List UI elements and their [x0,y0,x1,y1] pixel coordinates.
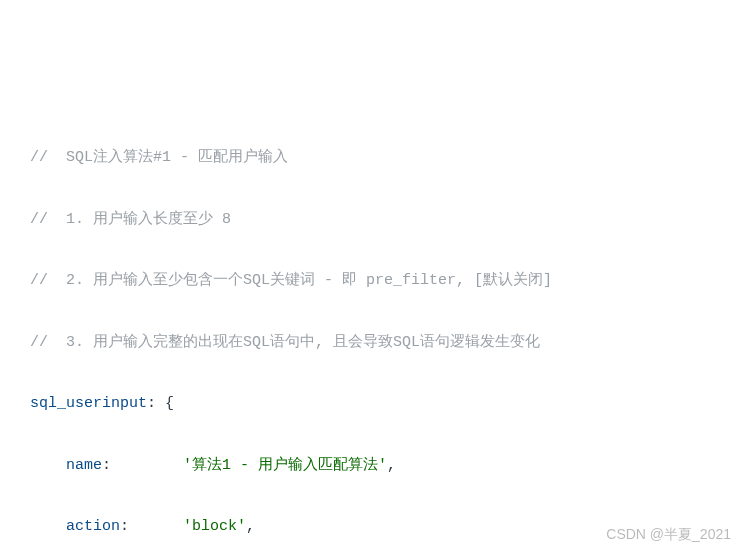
comment-text: // SQL注入算法#1 - 匹配用户输入 [30,149,288,166]
comment-text: // 2. 用户输入至少包含一个SQL关键词 - 即 pre_filter, [… [30,272,552,289]
comment-text: // 1. 用户输入长度至少 8 [30,211,231,228]
entry-value: '算法1 - 用户输入匹配算法' [183,457,387,474]
watermark-text: CSDN @半夏_2021 [606,520,731,549]
comment-text: // 3. 用户输入完整的出现在SQL语句中, 且会导致SQL语句逻辑发生变化 [30,334,540,351]
entry-key: action [66,518,120,535]
block-key: sql_userinput [30,395,147,412]
comma: , [387,457,396,474]
code-comment-line: // 1. 用户输入长度至少 8 [30,205,719,236]
comma: , [246,518,255,535]
code-comment-line: // 2. 用户输入至少包含一个SQL关键词 - 即 pre_filter, [… [30,266,719,297]
code-entry-line: name: '算法1 - 用户输入匹配算法', [30,451,719,482]
entry-key: name [66,457,102,474]
brace-open: : { [147,395,174,412]
colon: : [120,518,183,535]
code-comment-line: // 3. 用户输入完整的出现在SQL语句中, 且会导致SQL语句逻辑发生变化 [30,328,719,359]
code-block-open: sql_userinput: { [30,389,719,420]
colon: : [102,457,183,474]
code-comment-line: // SQL注入算法#1 - 匹配用户输入 [30,143,719,174]
entry-value: 'block' [183,518,246,535]
